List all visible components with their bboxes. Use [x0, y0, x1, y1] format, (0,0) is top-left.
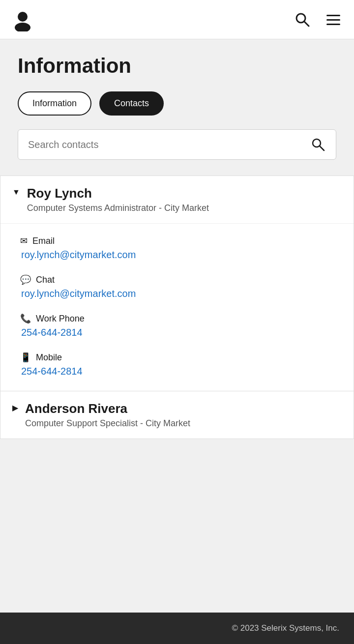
svg-line-3 — [304, 22, 309, 26]
detail-mobile: 📱 Mobile 254-644-2814 — [20, 352, 334, 377]
contacts-list: ▼ Roy Lynch Computer Systems Administrat… — [0, 176, 354, 439]
contact-header-anderson-rivera[interactable]: ▶ Anderson Rivera Computer Support Speci… — [0, 391, 354, 439]
svg-rect-5 — [326, 19, 340, 21]
user-avatar[interactable] — [10, 7, 35, 32]
svg-rect-4 — [326, 15, 340, 16]
tab-bar: Information Contacts — [18, 91, 336, 116]
email-label: ✉ Email — [20, 235, 334, 246]
page-title: Information — [18, 54, 336, 78]
contact-info-roy-lynch: Roy Lynch Computer Systems Administrator… — [27, 186, 342, 213]
detail-chat: 💬 Chat roy.lynch@citymarket.com — [20, 274, 334, 299]
detail-work-phone: 📞 Work Phone 254-644-2814 — [20, 313, 334, 338]
menu-button[interactable] — [323, 9, 344, 30]
svg-point-0 — [18, 12, 28, 22]
app-header — [0, 0, 354, 39]
chat-icon: 💬 — [20, 274, 31, 285]
mobile-label: 📱 Mobile — [20, 352, 334, 363]
mobile-icon: 📱 — [20, 352, 31, 363]
svg-line-8 — [320, 146, 324, 150]
contact-item-anderson-rivera: ▶ Anderson Rivera Computer Support Speci… — [0, 391, 354, 439]
expand-arrow-roy-lynch: ▼ — [12, 188, 20, 197]
contact-info-anderson-rivera: Anderson Rivera Computer Support Special… — [25, 401, 342, 429]
svg-point-1 — [15, 23, 30, 31]
contact-name-anderson-rivera: Anderson Rivera — [25, 401, 342, 416]
search-submit-button[interactable] — [300, 130, 336, 159]
detail-email: ✉ Email roy.lynch@citymarket.com — [20, 235, 334, 261]
work-phone-label: 📞 Work Phone — [20, 313, 334, 324]
contact-title-anderson-rivera: Computer Support Specialist - City Marke… — [25, 418, 342, 429]
search-input[interactable] — [18, 130, 300, 159]
search-button[interactable] — [292, 9, 313, 30]
tab-contacts[interactable]: Contacts — [99, 91, 164, 116]
work-phone-link[interactable]: 254-644-2814 — [21, 327, 334, 338]
page-footer: © 2023 Selerix Systems, Inc. — [0, 613, 354, 644]
tab-information[interactable]: Information — [18, 91, 91, 116]
email-link[interactable]: roy.lynch@citymarket.com — [21, 249, 334, 261]
header-right — [292, 9, 344, 30]
page-content: Information Information Contacts — [0, 39, 354, 170]
email-icon: ✉ — [20, 235, 28, 246]
mobile-link[interactable]: 254-644-2814 — [21, 366, 334, 377]
contact-name-roy-lynch: Roy Lynch — [27, 186, 342, 201]
contact-title-roy-lynch: Computer Systems Administrator - City Ma… — [27, 203, 342, 213]
contact-details-roy-lynch: ✉ Email roy.lynch@citymarket.com 💬 Chat … — [0, 223, 354, 391]
chat-link[interactable]: roy.lynch@citymarket.com — [21, 288, 334, 299]
copyright-text: © 2023 Selerix Systems, Inc. — [232, 623, 339, 633]
svg-rect-6 — [326, 24, 340, 25]
search-container — [18, 129, 336, 160]
contact-item-roy-lynch: ▼ Roy Lynch Computer Systems Administrat… — [0, 176, 354, 391]
chat-label: 💬 Chat — [20, 274, 334, 285]
contact-header-roy-lynch[interactable]: ▼ Roy Lynch Computer Systems Administrat… — [0, 176, 354, 223]
expand-arrow-anderson-rivera: ▶ — [12, 403, 18, 412]
header-left — [10, 7, 35, 32]
work-phone-icon: 📞 — [20, 313, 31, 324]
